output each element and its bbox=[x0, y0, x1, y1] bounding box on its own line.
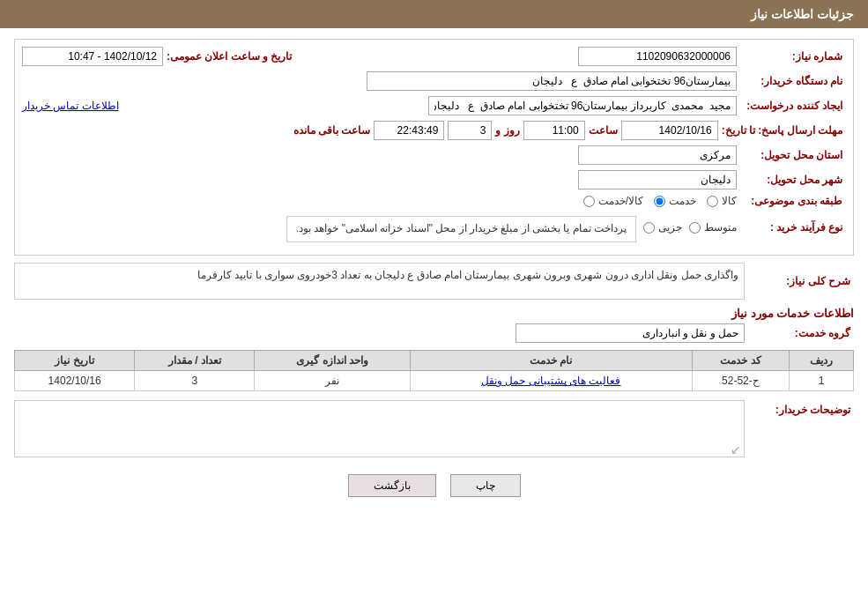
buyer-notes-textarea[interactable] bbox=[14, 400, 745, 457]
col-index: ردیف bbox=[790, 351, 854, 371]
services-table-section: ردیف کد خدمت نام خدمت واحد اندازه گیری ت… bbox=[14, 350, 854, 391]
radio-service-item[interactable]: خدمت bbox=[654, 195, 696, 207]
need-number-label: شماره نیاز: bbox=[740, 50, 846, 63]
buyer-notes-label: توضیحات خریدار: bbox=[748, 400, 854, 416]
deadline-time-label: ساعت bbox=[589, 124, 618, 137]
services-table: ردیف کد خدمت نام خدمت واحد اندازه گیری ت… bbox=[14, 350, 854, 391]
deadline-remaining-input[interactable] bbox=[374, 121, 444, 140]
service-group-label: گروه خدمت: bbox=[748, 327, 854, 339]
service-group-input[interactable] bbox=[516, 323, 745, 343]
radio-goods-service-item[interactable]: کالا/خدمت bbox=[583, 195, 643, 207]
cell-date: 1402/10/16 bbox=[15, 371, 135, 391]
radio-partial[interactable] bbox=[643, 222, 655, 234]
process-radio-group: متوسط جزیی پرداخت تمام یا بخشی از مبلغ خ… bbox=[286, 212, 737, 242]
col-quantity: تعداد / مقدار bbox=[135, 351, 255, 371]
radio-medium-label: متوسط bbox=[704, 221, 737, 234]
col-code: کد خدمت bbox=[692, 351, 790, 371]
province-label: استان محل تحویل: bbox=[740, 149, 846, 161]
radio-service-label: خدمت bbox=[669, 195, 696, 207]
deadline-label: مهلت ارسال پاسخ: تا تاریخ: bbox=[722, 124, 846, 137]
need-number-input[interactable] bbox=[578, 47, 737, 66]
radio-goods-service[interactable] bbox=[583, 196, 595, 207]
cell-index: 1 bbox=[790, 371, 854, 391]
radio-goods-label: کالا bbox=[722, 195, 737, 207]
province-input[interactable] bbox=[578, 145, 737, 165]
col-date: تاریخ نیاز bbox=[15, 351, 135, 371]
buyer-station-label: نام دستگاه خریدار: bbox=[740, 75, 846, 87]
notice-box: پرداخت تمام یا بخشی از مبلغ خریدار از مح… bbox=[286, 216, 636, 242]
contact-link[interactable]: اطلاعات تماس خریدار bbox=[22, 100, 119, 112]
back-button[interactable]: بازگشت bbox=[348, 474, 436, 497]
print-button[interactable]: چاپ bbox=[450, 474, 521, 497]
footer-buttons: چاپ بازگشت bbox=[14, 474, 854, 497]
creator-label: ایجاد کننده درخواست: bbox=[740, 100, 846, 112]
page-title: جزئیات اطلاعات نیاز bbox=[0, 0, 868, 28]
description-box: واگذاری حمل ونقل اداری درون شهری وبرون ش… bbox=[14, 263, 745, 300]
table-row: 1 ح-52-52 فعالیت های پشتیبانی حمل ونقل ن… bbox=[15, 371, 854, 391]
radio-partial-item[interactable]: جزیی bbox=[643, 221, 682, 234]
services-title: اطلاعات خدمات مورد نیاز bbox=[14, 307, 854, 320]
radio-goods[interactable] bbox=[707, 196, 718, 207]
category-radio-group: کالا/خدمت خدمت کالا bbox=[583, 195, 737, 207]
deadline-days-input[interactable] bbox=[448, 121, 492, 140]
col-unit: واحد اندازه گیری bbox=[255, 351, 411, 371]
cell-code: ح-52-52 bbox=[692, 371, 790, 391]
announcement-label: تاریخ و ساعت اعلان عمومی: bbox=[167, 50, 292, 63]
notice-text: پرداخت تمام یا بخشی از مبلغ خریدار از مح… bbox=[296, 222, 627, 234]
buyer-station-input[interactable] bbox=[367, 71, 737, 91]
deadline-remaining-label: ساعت باقی مانده bbox=[293, 124, 371, 137]
description-label: شرح کلی نیاز: bbox=[748, 275, 854, 287]
deadline-date-input[interactable] bbox=[621, 121, 718, 140]
radio-service[interactable] bbox=[654, 196, 665, 207]
cell-name[interactable]: فعالیت های پشتیبانی حمل ونقل bbox=[411, 371, 693, 391]
cell-quantity: 3 bbox=[135, 371, 255, 391]
cell-unit: نفر bbox=[255, 371, 411, 391]
radio-medium-item[interactable]: متوسط bbox=[689, 221, 737, 234]
deadline-time-input[interactable] bbox=[523, 121, 585, 140]
city-label: شهر محل تحویل: bbox=[740, 174, 846, 186]
radio-goods-item[interactable]: کالا bbox=[707, 195, 737, 207]
creator-input[interactable] bbox=[428, 96, 737, 115]
radio-medium[interactable] bbox=[689, 222, 701, 234]
category-label: طبقه بندی موضوعی: bbox=[740, 195, 846, 207]
radio-partial-label: جزیی bbox=[658, 221, 682, 234]
resize-icon: ↙ bbox=[731, 442, 741, 457]
col-name: نام خدمت bbox=[411, 351, 693, 371]
radio-goods-service-label: کالا/خدمت bbox=[598, 195, 643, 207]
deadline-days-label: روز و bbox=[495, 124, 519, 137]
city-input[interactable] bbox=[578, 170, 737, 189]
announcement-input[interactable] bbox=[22, 47, 163, 66]
process-label: نوع فرآیند خرید : bbox=[740, 221, 846, 234]
